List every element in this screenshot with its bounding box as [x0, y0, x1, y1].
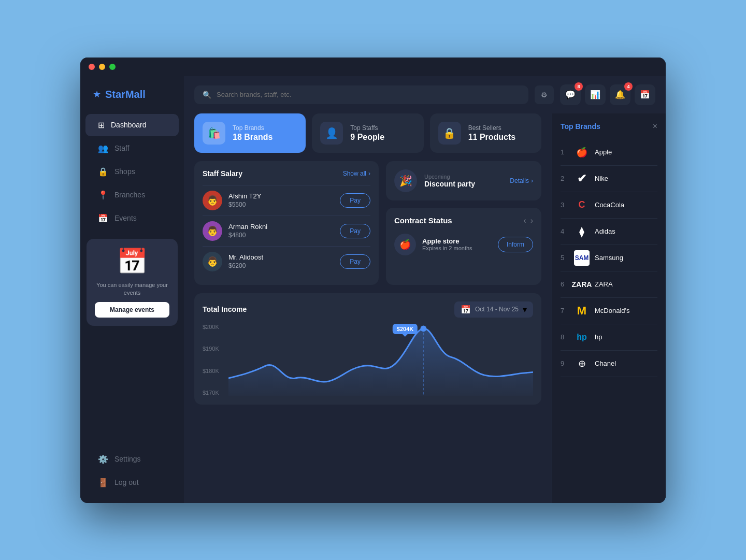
brand-name-5: Samsung — [595, 254, 623, 262]
contract-name: Apple store — [422, 237, 492, 245]
brand-item-5[interactable]: 5 SAM Samsung — [561, 245, 657, 271]
stat-cards: 🛍️ Top Brands 18 Brands 👤 Top Staffs 9 P… — [194, 113, 541, 153]
y-label-2: $190K — [203, 346, 219, 352]
pay-button-1[interactable]: Pay — [340, 193, 370, 208]
sidebar-item-branches[interactable]: 📍 Branches — [85, 184, 179, 206]
brands-close-button[interactable]: × — [653, 122, 657, 131]
contract-item: 🍎 Apple store Expires in 2 months Inform — [394, 234, 533, 255]
sidebar-item-events[interactable]: 📅 Events — [85, 207, 179, 229]
chart-container: $200K $190K $180K $170K $204K — [203, 324, 533, 396]
top-brands-icon: 🛍️ — [203, 122, 225, 145]
mid-section: Staff Salary Show all › 👨 Afshin T2Y — [194, 161, 541, 285]
sidebar-item-settings[interactable]: ⚙️ Settings — [85, 448, 179, 470]
brand-name-1: Apple — [595, 148, 612, 156]
prev-contract-button[interactable]: ‹ — [523, 216, 526, 225]
chevron-right-icon: › — [368, 170, 370, 177]
shops-icon: 🔒 — [98, 167, 108, 177]
sidebar-item-label: Branches — [114, 191, 145, 199]
y-label-1: $200K — [203, 324, 219, 330]
titlebar — [80, 58, 666, 76]
logout-icon: 🚪 — [98, 478, 108, 487]
next-contract-button[interactable]: › — [530, 216, 533, 225]
star-icon: ★ — [93, 89, 101, 100]
minimize-button[interactable] — [99, 64, 105, 70]
pay-button-2[interactable]: Pay — [340, 224, 370, 238]
calendar-icon: 📅 — [640, 90, 650, 99]
brand-num-7: 7 — [561, 307, 569, 314]
events-icon: 📅 — [98, 213, 108, 223]
sidebar-item-label: Staff — [114, 144, 130, 152]
sidebar-item-logout[interactable]: 🚪 Log out — [85, 471, 179, 494]
staff-name-1: Afshin T2Y — [228, 192, 334, 200]
brand-item-2[interactable]: 2 ✔ Nike — [561, 166, 657, 192]
details-button[interactable]: Details › — [510, 177, 533, 184]
best-sellers-icon: 🔒 — [438, 122, 461, 145]
topbar: 🔍 ⚙ 💬 8 📊 🔔 4 — [184, 76, 666, 113]
brand-name-6: ZARA — [595, 280, 613, 288]
avatar-1: 👨 — [203, 191, 222, 210]
calendar-button[interactable]: 📅 — [635, 84, 655, 105]
y-label-3: $180K — [203, 368, 219, 374]
chat-badge: 8 — [575, 82, 583, 91]
chart-icon: 📊 — [590, 90, 600, 99]
sidebar-item-shops[interactable]: 🔒 Shops — [85, 161, 179, 183]
stat-card-top-staffs[interactable]: 👤 Top Staffs 9 People — [312, 113, 423, 153]
main-content: 🔍 ⚙ 💬 8 📊 🔔 4 — [184, 76, 666, 503]
brand-num-6: 6 — [561, 280, 569, 288]
brand-item-6[interactable]: 6 ZARA ZARA — [561, 271, 657, 298]
staff-salary-3: $6200 — [228, 262, 334, 269]
top-staffs-icon: 👤 — [320, 122, 343, 145]
brand-item-9[interactable]: 9 ⊕ Chanel — [561, 351, 657, 377]
chat-button[interactable]: 💬 8 — [560, 84, 581, 105]
sidebar-item-dashboard[interactable]: ⊞ Dashboard — [85, 114, 179, 136]
brand-item-3[interactable]: 3 C CocaCola — [561, 192, 657, 219]
income-card: Total Income 📅 Oct 14 - Nov 25 ▾ $200K $… — [194, 293, 541, 405]
logo-text: StarMall — [105, 89, 146, 100]
manage-events-button[interactable]: Manage events — [95, 302, 169, 318]
brand-item-1[interactable]: 1 🍎 Apple — [561, 139, 657, 166]
pay-button-3[interactable]: Pay — [340, 254, 370, 269]
traffic-lights — [89, 64, 116, 70]
staff-salary-title: Staff Salary — [203, 169, 242, 178]
stat-card-top-brands[interactable]: 🛍️ Top Brands 18 Brands — [194, 113, 306, 153]
bell-button[interactable]: 🔔 4 — [610, 84, 630, 105]
chart-button[interactable]: 📊 — [585, 84, 606, 105]
mcdonalds-logo: M — [574, 303, 590, 319]
upcoming-label: Upcoming — [424, 174, 503, 180]
staff-item-1: 👨 Afshin T2Y $5500 Pay — [203, 185, 370, 216]
sidebar-item-staff[interactable]: 👥 Staff — [85, 137, 179, 160]
top-brands-title: Top Brands — [233, 124, 272, 132]
brand-num-3: 3 — [561, 201, 569, 209]
inform-button[interactable]: Inform — [498, 237, 533, 252]
y-label-4: $170K — [203, 390, 219, 396]
avatar-2: 👨 — [203, 221, 222, 241]
date-range-picker[interactable]: 📅 Oct 14 - Nov 25 ▾ — [454, 301, 533, 318]
maximize-button[interactable] — [109, 64, 116, 70]
sidebar-nav: ⊞ Dashboard 👥 Staff 🔒 Shops 📍 Branches 📅 — [80, 113, 184, 231]
filter-button[interactable]: ⚙ — [535, 85, 554, 104]
search-box: 🔍 — [194, 85, 528, 104]
chart-area: $204K — [228, 324, 533, 396]
brand-item-7[interactable]: 7 M McDonald's — [561, 298, 657, 324]
sidebar: ★ StarMall ⊞ Dashboard 👥 Staff 🔒 Shops — [80, 76, 184, 503]
close-button[interactable] — [89, 64, 95, 70]
brand-name-4: Adidas — [595, 227, 615, 235]
search-icon: 🔍 — [203, 91, 211, 99]
brand-name-8: hp — [595, 333, 602, 341]
chevron-right-icon: › — [531, 177, 533, 184]
stat-card-best-sellers[interactable]: 🔒 Best Sellers 11 Products — [430, 113, 541, 153]
bell-badge: 4 — [624, 82, 633, 91]
brand-item-4[interactable]: 4 ⧫ Adidas — [561, 219, 657, 245]
nike-logo: ✔ — [574, 171, 590, 186]
search-input[interactable] — [217, 91, 520, 98]
chart-svg — [228, 324, 533, 396]
avatar-3: 👨 — [203, 252, 222, 271]
contract-expiry: Expires in 2 months — [422, 245, 492, 251]
brand-item-8[interactable]: 8 hp hp — [561, 324, 657, 351]
brand-name-2: Nike — [595, 175, 608, 182]
show-all-button[interactable]: Show all › — [343, 170, 370, 177]
staff-salary-card: Staff Salary Show all › 👨 Afshin T2Y — [194, 161, 379, 285]
best-sellers-title: Best Sellers — [468, 124, 516, 132]
date-range-text: Oct 14 - Nov 25 — [475, 306, 519, 313]
event-card: 📅 You can easily manage your events Mana… — [87, 239, 178, 326]
